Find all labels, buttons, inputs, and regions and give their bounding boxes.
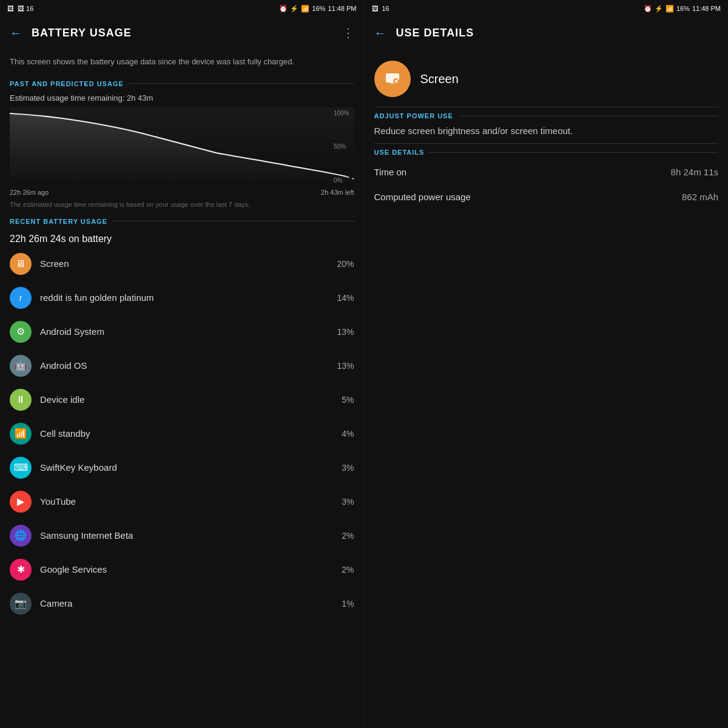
right-panel: 🖼 16 ⏰ ⚡ 📶 16% 11:48 PM ← USE DETAILS xyxy=(365,0,729,728)
estimated-usage: Estimated usage time remaining: 2h 43m xyxy=(0,91,364,107)
screen-svg-icon xyxy=(384,70,401,87)
battery-chart: 100% 50% 0% xyxy=(10,107,354,186)
list-item[interactable]: ⚙ Android System 13% xyxy=(0,315,364,349)
device-idle-icon: ⏸ xyxy=(10,389,32,411)
top-bar-left: ← BATTERY USAGE ⋮ xyxy=(0,17,364,49)
notification-count: 🖼 16 xyxy=(18,5,33,12)
list-item[interactable]: ⌨ SwiftKey Keyboard 3% xyxy=(0,451,364,485)
list-item[interactable]: r reddit is fun golden platinum 14% xyxy=(0,281,364,315)
status-icons-left: 🖼 🖼 16 xyxy=(7,5,33,12)
screen-header: Screen xyxy=(365,49,729,107)
list-item[interactable]: 📶 Cell standby 4% xyxy=(0,417,364,451)
more-options-button[interactable]: ⋮ xyxy=(342,25,354,40)
battery-description: This screen shows the battery usage data… xyxy=(0,49,364,75)
status-right: ⏰ ⚡ 📶 16% 11:48 PM xyxy=(279,5,356,13)
chart-time-labels: 22h 26m ago 2h 43m left xyxy=(0,186,364,198)
list-item[interactable]: ▶ YouTube 3% xyxy=(0,485,364,519)
reddit-icon: r xyxy=(10,287,32,309)
item-label-youtube: YouTube xyxy=(40,496,333,507)
computed-power-row: Computed power usage 862 mAh xyxy=(365,184,729,209)
swiftkey-icon: ⌨ xyxy=(10,457,32,479)
list-item[interactable]: ⏸ Device idle 5% xyxy=(0,383,364,417)
status-icons-right-left: 🖼 16 xyxy=(372,5,389,12)
time: 11:48 PM xyxy=(328,5,356,12)
right-content: Screen ADJUST POWER USE Reduce screen br… xyxy=(365,49,729,728)
item-pct-swiftkey: 3% xyxy=(342,463,354,473)
alarm-icon: ⏰ xyxy=(279,5,288,13)
list-item[interactable]: 🌐 Samsung Internet Beta 2% xyxy=(0,519,364,553)
list-item[interactable]: 🤖 Android OS 13% xyxy=(0,349,364,383)
item-pct-reddit: 14% xyxy=(337,293,354,303)
battery-pct-right: 16% xyxy=(676,5,690,12)
status-bar-left: 🖼 🖼 16 ⏰ ⚡ 📶 16% 11:48 PM xyxy=(0,0,364,17)
screen-icon: 🖥 xyxy=(10,253,32,275)
item-label-reddit: reddit is fun golden platinum xyxy=(40,292,328,303)
pct-50: 50% xyxy=(334,143,349,150)
item-pct-samsung-internet: 2% xyxy=(342,531,354,541)
notification-icons: 🖼 xyxy=(7,5,14,12)
signal-icon-right: 📶 xyxy=(666,5,674,13)
screen-app-name: Screen xyxy=(420,72,459,86)
alarm-icon-right: ⏰ xyxy=(644,5,652,13)
time-on-label: Time on xyxy=(374,167,407,177)
section-past-predicted: PAST AND PREDICTED USAGE xyxy=(0,75,364,91)
samsung-internet-icon: 🌐 xyxy=(10,525,32,547)
pct-100: 100% xyxy=(334,110,349,116)
chart-footnote: The estimated usage time remaining is ba… xyxy=(0,198,364,213)
list-item[interactable]: 📷 Camera 1% xyxy=(0,587,364,621)
chart-pct-labels: 100% 50% 0% xyxy=(334,107,349,186)
item-label-device-idle: Device idle xyxy=(40,394,333,405)
camera-icon: 📷 xyxy=(10,593,32,615)
chart-label-left: 22h 26m ago xyxy=(10,189,49,196)
item-label-samsung-internet: Samsung Internet Beta xyxy=(40,530,333,541)
android-os-icon: 🤖 xyxy=(10,355,32,377)
battery-usage-list: 🖥 Screen 20% r reddit is fun golden plat… xyxy=(0,247,364,621)
cell-standby-icon: 📶 xyxy=(10,423,32,445)
item-pct-camera: 1% xyxy=(342,599,354,608)
pct-0: 0% xyxy=(334,177,349,184)
computed-power-value: 862 mAh xyxy=(682,192,718,202)
section-use-details: USE DETAILS xyxy=(365,144,729,160)
left-panel: 🖼 🖼 16 ⏰ ⚡ 📶 16% 11:48 PM ← BATTERY USAG… xyxy=(0,0,365,728)
screen-app-icon xyxy=(374,61,411,97)
item-label-cell-standby: Cell standby xyxy=(40,428,333,439)
item-label-camera: Camera xyxy=(40,598,333,608)
status-bar-right: 🖼 16 ⏰ ⚡ 📶 16% 11:48 PM xyxy=(365,0,729,17)
bolt-icon: ⚡ xyxy=(290,5,298,13)
item-label-screen: Screen xyxy=(40,258,328,269)
time-right: 11:48 PM xyxy=(692,5,721,12)
back-button-right[interactable]: ← xyxy=(374,26,386,40)
item-label-android-os: Android OS xyxy=(40,360,328,371)
chart-label-right: 2h 43m left xyxy=(321,189,354,196)
page-title-right: USE DETAILS xyxy=(396,27,719,39)
signal-icon: 📶 xyxy=(301,5,309,13)
notification-icon-right: 🖼 xyxy=(372,5,379,12)
time-on-row: Time on 8h 24m 11s xyxy=(365,160,729,184)
item-pct-android-system: 13% xyxy=(337,327,354,337)
time-on-value: 8h 24m 11s xyxy=(671,167,718,177)
adjust-description: Reduce screen brightness and/or screen t… xyxy=(365,123,729,143)
item-label-android-system: Android System xyxy=(40,326,328,337)
youtube-icon: ▶ xyxy=(10,491,32,513)
item-pct-cell-standby: 4% xyxy=(342,429,354,439)
android-system-icon: ⚙ xyxy=(10,321,32,343)
google-services-icon: ✱ xyxy=(10,559,32,581)
section-recent-usage: RECENT BATTERY USAGE xyxy=(0,213,364,229)
battery-total-time: 22h 26m 24s on battery xyxy=(0,229,364,247)
left-content: This screen shows the battery usage data… xyxy=(0,49,364,728)
bolt-icon-right: ⚡ xyxy=(655,5,663,13)
item-pct-youtube: 3% xyxy=(342,497,354,507)
list-item[interactable]: 🖥 Screen 20% xyxy=(0,247,364,281)
page-title-left: BATTERY USAGE xyxy=(32,27,332,39)
back-button[interactable]: ← xyxy=(10,26,22,40)
battery-pct: 16% xyxy=(312,5,325,12)
item-pct-screen: 20% xyxy=(337,259,354,269)
item-pct-android-os: 13% xyxy=(337,361,354,371)
computed-power-label: Computed power usage xyxy=(374,192,471,202)
item-pct-device-idle: 5% xyxy=(342,395,354,405)
section-adjust-power: ADJUST POWER USE xyxy=(365,107,729,123)
item-pct-google-services: 2% xyxy=(342,565,354,575)
item-label-swiftkey: SwiftKey Keyboard xyxy=(40,462,333,473)
list-item[interactable]: ✱ Google Services 2% xyxy=(0,553,364,587)
top-bar-right: ← USE DETAILS xyxy=(365,17,729,49)
